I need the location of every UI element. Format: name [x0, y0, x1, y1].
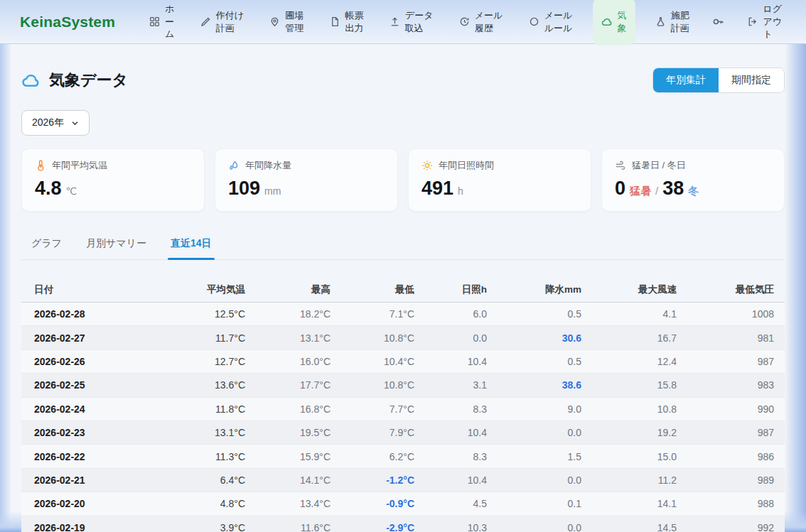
cell-date: 2026-02-26	[34, 356, 163, 367]
pencil-icon	[200, 4, 211, 39]
nav-item-label: ログ アウ ト	[763, 3, 782, 40]
card-label: 年間降水量	[245, 159, 291, 172]
cell-avg-temp: 13.1°C	[163, 427, 245, 438]
col-max-temp: 最高	[245, 283, 331, 296]
col-min-pressure: 最低気圧	[677, 283, 774, 296]
cell-sunshine: 6.0	[414, 308, 487, 320]
card-value: 491	[421, 178, 453, 200]
cell-max-temp: 17.7°C	[245, 379, 331, 391]
year-select[interactable]: 2026年	[21, 110, 90, 136]
cold-days-value: 38	[662, 178, 684, 200]
tab-recent-14days[interactable]: 直近14日	[168, 230, 215, 259]
nav-item-fertilizer-plan[interactable]: 施肥 計画	[650, 0, 695, 44]
wind-icon	[615, 160, 626, 171]
cell-date: 2026-02-20	[34, 498, 163, 509]
cell-sunshine: 10.4	[414, 474, 487, 486]
separator: /	[655, 185, 658, 197]
card-unit: mm	[264, 185, 281, 197]
cell-max-temp: 19.5°C	[245, 427, 331, 438]
cell-max-temp: 11.6°C	[245, 522, 331, 532]
tab-graph[interactable]: グラフ	[28, 230, 65, 259]
table-row: 2026-02-22 11.3°C 15.9°C 6.2°C 8.3 1.5 1…	[21, 445, 785, 468]
cell-max-wind: 15.0	[581, 451, 677, 462]
nav-item-field-management[interactable]: 圃場 管理	[264, 0, 309, 44]
brand-logo[interactable]: KeinaSystem	[20, 13, 115, 31]
sun-icon	[421, 160, 433, 171]
circle-icon	[529, 4, 539, 39]
cell-max-wind: 19.2	[581, 427, 677, 438]
cell-min-pressure: 990	[677, 403, 774, 415]
col-sunshine: 日照h	[414, 283, 487, 296]
cell-min-temp: 10.8°C	[331, 379, 414, 391]
cell-min-pressure: 983	[677, 379, 774, 391]
cell-date: 2026-02-27	[34, 332, 163, 344]
nav-item-logout[interactable]: ログ アウ ト	[741, 0, 788, 45]
view-toggle: 年別集計 期間指定	[652, 67, 785, 93]
card-precipitation: 年間降水量 109 mm	[215, 148, 398, 212]
cell-date: 2026-02-28	[34, 308, 163, 320]
tab-monthly-summary[interactable]: 月別サマリー	[83, 230, 149, 259]
nav-item-mail-rules[interactable]: メール ルール	[523, 0, 579, 44]
cell-min-pressure: 981	[677, 332, 774, 344]
nav-item-home[interactable]: ホ ー ム	[144, 0, 180, 45]
cell-precipitation: 38.6	[487, 379, 581, 391]
nav-item-data-import[interactable]: データ 取込	[384, 0, 439, 44]
cell-max-temp: 14.1°C	[245, 474, 331, 486]
nav-item-label: メール 履歴	[475, 9, 503, 34]
cell-max-temp: 16.8°C	[245, 403, 331, 415]
cell-max-wind: 11.2	[581, 474, 677, 486]
cell-min-pressure: 992	[677, 522, 774, 532]
yearly-summary-button[interactable]: 年別集計	[653, 68, 719, 92]
cell-precipitation: 0.5	[487, 308, 581, 320]
table-row: 2026-02-21 6.4°C 14.1°C -1.2°C 10.4 0.0 …	[21, 469, 785, 492]
nav-item-label: メール ルール	[544, 9, 573, 34]
document-icon	[330, 4, 340, 39]
cell-min-temp: 7.1°C	[331, 308, 414, 320]
card-value: 4.8	[35, 178, 62, 200]
cell-precipitation: 9.0	[487, 403, 581, 415]
table-row: 2026-02-23 13.1°C 19.5°C 7.9°C 10.4 0.0 …	[21, 421, 785, 445]
cell-max-wind: 15.8	[581, 379, 677, 391]
cell-min-temp: -1.2°C	[331, 474, 414, 486]
period-select-button[interactable]: 期間指定	[719, 68, 784, 92]
nav-item-planting-plan[interactable]: 作付け 計画	[195, 0, 249, 44]
cell-sunshine: 10.3	[414, 522, 487, 532]
nav-item-weather[interactable]: 気 象	[593, 0, 635, 45]
nav-item-label: 帳票 出力	[345, 9, 364, 34]
cell-sunshine: 8.3	[414, 451, 487, 462]
weather-table: 日付 平均気温 最高 最低 日照h 降水mm 最大風速 最低気圧 2026-02…	[21, 278, 785, 532]
view-tabs: グラフ 月別サマリー 直近14日	[21, 230, 785, 260]
nav-item-label: データ 取込	[405, 9, 434, 34]
nav-item-label: 圃場 管理	[285, 9, 303, 34]
cell-min-pressure: 987	[677, 427, 774, 438]
cell-precipitation: 1.5	[487, 451, 581, 462]
card-value: 109	[228, 178, 260, 200]
cell-precipitation: 30.6	[487, 332, 581, 344]
year-select-value: 2026年	[32, 116, 64, 129]
card-label: 年間日照時間	[439, 159, 494, 172]
cell-max-temp: 15.9°C	[245, 451, 331, 462]
nav-item-report-output[interactable]: 帳票 出力	[324, 0, 370, 44]
cell-min-temp: 7.9°C	[331, 427, 414, 438]
top-nav: KeinaSystem ホ ー ム 作付け 計画	[0, 0, 806, 44]
table-row: 2026-02-27 11.7°C 13.1°C 10.8°C 0.0 30.6…	[21, 326, 785, 349]
cell-avg-temp: 11.8°C	[163, 403, 245, 415]
cell-max-wind: 10.8	[581, 403, 677, 415]
card-unit: h	[458, 185, 463, 197]
cell-max-wind: 12.4	[581, 356, 677, 367]
cell-avg-temp: 6.4°C	[163, 474, 245, 486]
cell-avg-temp: 12.5°C	[163, 308, 245, 320]
col-avg-temp: 平均気温	[163, 283, 245, 296]
table-row: 2026-02-24 11.8°C 16.8°C 7.7°C 8.3 9.0 1…	[21, 398, 785, 421]
title-row: 気象データ 年別集計 期間指定	[21, 67, 785, 93]
cell-max-wind: 4.1	[581, 308, 677, 320]
cell-avg-temp: 12.7°C	[163, 356, 245, 367]
history-clock-icon	[459, 4, 470, 39]
card-label: 猛暑日 / 冬日	[632, 159, 686, 172]
nav-item-password-key[interactable]	[709, 0, 727, 45]
cell-avg-temp: 13.6°C	[163, 379, 245, 391]
cell-date: 2026-02-22	[34, 451, 163, 462]
cell-max-wind: 14.5	[581, 522, 677, 532]
nav-item-mail-history[interactable]: メール 履歴	[453, 0, 509, 44]
cell-date: 2026-02-25	[34, 379, 163, 391]
